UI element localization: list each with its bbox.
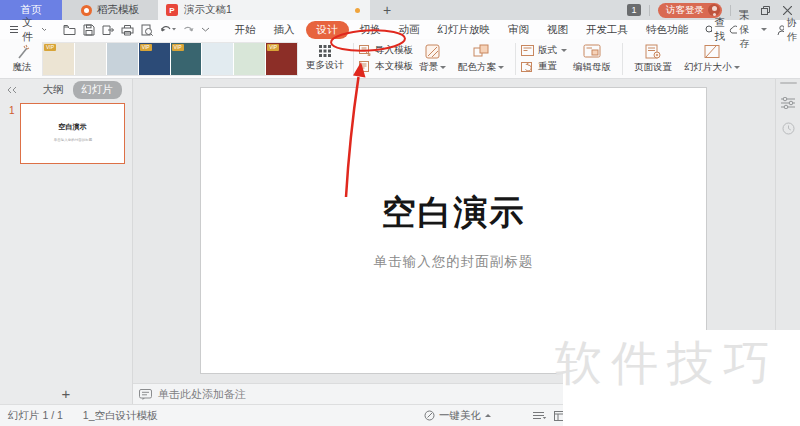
- menu-tab-slideshow[interactable]: 幻灯片放映: [429, 21, 500, 39]
- file-menu-label: 文件: [22, 16, 37, 44]
- grid-icon: [319, 45, 331, 57]
- redo-icon[interactable]: [183, 24, 194, 35]
- open-folder-icon[interactable]: [63, 24, 76, 36]
- import-template-icon: [359, 45, 371, 56]
- notes-placeholder: 单击此处添加备注: [158, 387, 246, 402]
- layout-button[interactable]: 版式: [521, 44, 567, 57]
- background-icon: [425, 44, 441, 59]
- doc-template-button[interactable]: 本文模板: [359, 60, 413, 73]
- slide-number: 1: [9, 105, 15, 116]
- tab-docer-label: 稻壳模板: [97, 3, 139, 17]
- template-name[interactable]: 1_空白设计模板: [83, 409, 158, 423]
- chevron-down-icon: [41, 27, 46, 32]
- edit-master-button[interactable]: 编辑母版: [567, 44, 617, 74]
- more-design-button[interactable]: 更多设计: [302, 45, 348, 72]
- background-button[interactable]: 背景: [413, 44, 452, 74]
- tab-document[interactable]: P 演示文稿1: [158, 0, 370, 20]
- vip-badge: VIP: [140, 44, 152, 51]
- ribbon-divider: [353, 43, 354, 75]
- template-thumbnail[interactable]: VIP: [202, 43, 233, 75]
- slide-subtitle[interactable]: 单击输入您的封面副标题: [374, 253, 534, 271]
- scrollbar-handle[interactable]: [780, 82, 797, 84]
- avatar-icon: [708, 4, 720, 16]
- watermark-text: 软件技巧: [555, 332, 779, 395]
- menu-tab-devtools[interactable]: 开发工具: [577, 21, 637, 39]
- watermark-block: 软件技巧: [563, 330, 800, 426]
- menu-tab-view[interactable]: 视图: [538, 21, 577, 39]
- template-thumbnail[interactable]: VIP: [43, 43, 74, 75]
- more-design-label: 更多设计: [306, 59, 344, 72]
- guest-login-button[interactable]: 访客登录: [658, 3, 722, 18]
- titlebar-divider: [649, 5, 650, 16]
- new-tab-button[interactable]: +: [370, 0, 404, 20]
- edit-master-icon: [583, 44, 601, 59]
- search-icon: [705, 25, 712, 35]
- docer-icon: [81, 5, 92, 16]
- template-thumbnail[interactable]: VIP: [171, 43, 202, 75]
- vip-badge: VIP: [172, 44, 184, 51]
- background-label: 背景: [419, 61, 438, 74]
- tab-slides[interactable]: 幻灯片: [73, 81, 123, 99]
- import-template-button[interactable]: 导入模板: [359, 44, 413, 57]
- menu-tab-insert[interactable]: 插入: [265, 21, 304, 39]
- print-icon[interactable]: [121, 24, 134, 36]
- slide-size-icon: [704, 44, 720, 59]
- undo-icon[interactable]: [160, 24, 176, 35]
- menu-tab-features[interactable]: 特色功能: [637, 21, 697, 39]
- beautify-label: 一键美化: [439, 409, 481, 423]
- properties-sliders-icon[interactable]: [781, 97, 795, 109]
- slide-panel: 大纲 幻灯片 1 空白演示 单击输入您的封面副标题 +: [0, 79, 133, 404]
- template-thumbnail[interactable]: VIP: [75, 43, 106, 75]
- menu-tabs: 开始 插入 设计 切换 动画 幻灯片放映 审阅 视图 开发工具 特色功能: [226, 21, 698, 39]
- find-label: 查找: [715, 16, 729, 44]
- caret-down-icon: [761, 28, 767, 31]
- ribbon-divider: [515, 43, 516, 75]
- collapse-panel-icon[interactable]: [7, 86, 17, 94]
- tab-docer-templates[interactable]: 稻壳模板: [62, 0, 158, 20]
- collaborate-label: 协作: [787, 16, 800, 44]
- save-icon[interactable]: [83, 24, 95, 36]
- template-thumbnail[interactable]: VIP: [266, 43, 297, 75]
- page-setup-button[interactable]: 页面设置: [628, 44, 678, 74]
- beautify-icon: [424, 410, 435, 421]
- magic-button[interactable]: 魔法: [6, 44, 38, 74]
- caret-down-icon: [734, 66, 740, 69]
- slide-title[interactable]: 空白演示: [382, 190, 526, 236]
- template-thumbnail[interactable]: VIP: [107, 43, 138, 75]
- template-thumbnail[interactable]: VIP: [234, 43, 265, 75]
- history-clock-icon[interactable]: [782, 122, 795, 135]
- menu-tab-animation[interactable]: 动画: [390, 21, 429, 39]
- caret-down-icon: [440, 66, 446, 69]
- template-thumbnail[interactable]: VIP: [139, 43, 170, 75]
- menu-tab-design[interactable]: 设计: [306, 21, 349, 39]
- one-click-beautify-button[interactable]: 一键美化: [424, 409, 491, 423]
- layout-icon: [521, 45, 534, 56]
- quick-access-toolbar: [61, 24, 212, 36]
- color-scheme-button[interactable]: 配色方案: [452, 44, 510, 74]
- hamburger-icon: [10, 25, 18, 34]
- add-slide-button[interactable]: +: [0, 383, 132, 404]
- cloud-icon: [729, 25, 737, 34]
- slide-thumbnail[interactable]: 空白演示 单击输入您的封面副标题: [20, 103, 125, 164]
- view-mode-icon[interactable]: [533, 411, 547, 421]
- slide-size-button[interactable]: 幻灯片大小: [678, 44, 746, 74]
- menu-tab-home[interactable]: 开始: [226, 21, 265, 39]
- menu-tab-transition[interactable]: 切换: [351, 21, 390, 39]
- reset-button[interactable]: 重置: [521, 60, 567, 73]
- print-preview-icon[interactable]: [141, 24, 153, 36]
- file-menu[interactable]: 文件: [6, 16, 51, 44]
- menu-tab-review[interactable]: 审阅: [499, 21, 538, 39]
- export-icon[interactable]: [102, 24, 114, 36]
- caret-up-icon: [485, 414, 491, 417]
- tab-document-label: 演示文稿1: [184, 3, 232, 17]
- doc-template-label: 本文模板: [375, 60, 413, 73]
- window-count-badge[interactable]: 1: [627, 4, 641, 16]
- color-scheme-icon: [473, 44, 490, 59]
- ppt-file-icon: P: [166, 4, 178, 16]
- qat-more-icon[interactable]: [201, 27, 210, 33]
- find-button[interactable]: 查找: [705, 16, 729, 44]
- tab-outline[interactable]: 大纲: [43, 83, 64, 97]
- collaborate-button[interactable]: 协作: [777, 16, 800, 44]
- slide-size-label: 幻灯片大小: [684, 61, 732, 74]
- reset-icon: [521, 61, 534, 72]
